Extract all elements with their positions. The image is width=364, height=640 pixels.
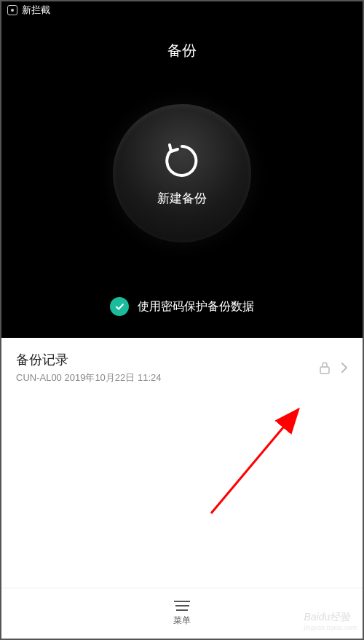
menu-button[interactable]: 菜单 (1, 588, 363, 639)
svg-rect-0 (320, 367, 329, 374)
backup-panel: 备份 新建备份 使用密码保护备份数据 (1, 19, 363, 338)
new-backup-label: 新建备份 (157, 190, 207, 207)
notification-icon (7, 5, 17, 15)
refresh-icon (162, 141, 202, 181)
backup-record-item[interactable]: 备份记录 CUN-AL00 2019年10月22日 11:24 (1, 338, 363, 398)
new-backup-button[interactable]: 新建备份 (113, 104, 251, 242)
record-title: 备份记录 (16, 351, 161, 368)
hamburger-icon (174, 601, 190, 611)
password-protect-toggle[interactable]: 使用密码保护备份数据 (110, 297, 254, 316)
bottom-section: 备份记录 CUN-AL00 2019年10月22日 11:24 菜单 (1, 338, 363, 639)
record-subtitle: CUN-AL00 2019年10月22日 11:24 (16, 371, 161, 384)
status-bar: 新拦截 (1, 1, 363, 19)
lock-icon (319, 361, 331, 374)
page-title: 备份 (167, 41, 197, 60)
menu-label: 菜单 (173, 615, 191, 627)
notification-text: 新拦截 (22, 4, 50, 17)
password-protect-label: 使用密码保护备份数据 (138, 299, 254, 315)
check-icon (110, 297, 129, 316)
chevron-right-icon (341, 362, 348, 374)
